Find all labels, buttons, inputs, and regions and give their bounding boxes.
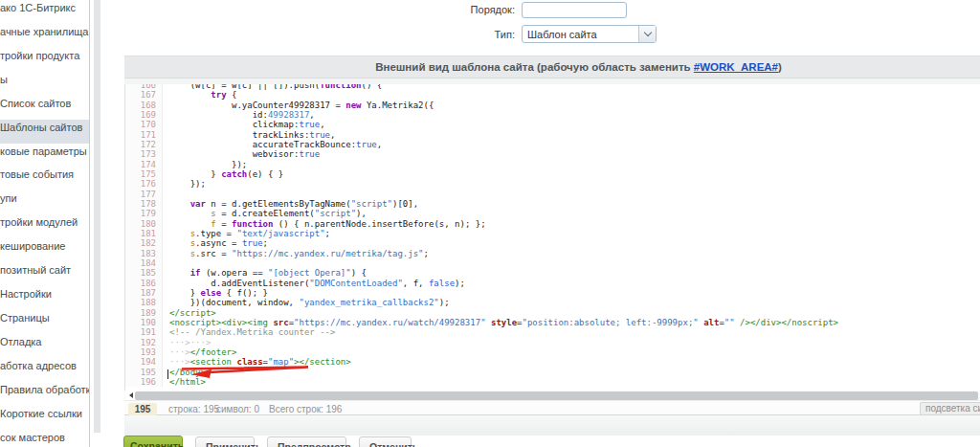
code-line[interactable]: 183 s.src = "https://mc.yandex.ru/metrik… [125,249,980,258]
line-number: 191 [125,327,163,337]
line-number: 183 [125,249,163,258]
type-select[interactable]: Шаблон сайта [522,25,657,43]
code-line[interactable]: 187 } else { f(); } [125,288,980,298]
footer-buttons: СохранитьПрименитьПредпросмотрОтменить [123,436,424,447]
line-number: 173 [125,149,163,159]
code-line-text: accurateTrackBounce:true, [163,140,980,149]
code-line[interactable]: 176 }); [125,179,980,189]
code-line[interactable]: 184 [125,258,980,268]
code-line[interactable]: 169 id:49928317, [125,110,980,120]
sidebar-item[interactable]: упи [0,190,89,214]
status-line: строка: 195 [168,404,219,414]
sidebar-item[interactable]: позитный сайт [0,262,89,286]
line-number: 187 [125,288,163,298]
sidebar-item[interactable]: кеширование [0,238,89,262]
line-number: 194 [125,357,163,367]
code-lines: 166 (w[c] = w[c] || []).push(function() … [125,84,980,387]
line-number: 192 [125,338,163,347]
code-line-text: s.type = "text/javascript"; [163,229,980,238]
sidebar-item[interactable]: Отладка [0,334,89,358]
work-area-link[interactable]: #WORK_AREA# [694,61,778,73]
code-line-text: }); [163,160,980,169]
sidebar-item[interactable]: Короткие ссылки [0,406,89,430]
sidebar-item[interactable]: тройки модулей [0,214,89,238]
sidebar-item[interactable]: ы [0,72,89,96]
status-char: символ: 0 [216,404,259,414]
line-number: 188 [125,298,163,307]
apply-button[interactable]: Применить [195,436,255,447]
scrollbar-thumb[interactable] [135,391,978,400]
sidebar-item[interactable]: сок мастеров [0,430,89,447]
code-line[interactable]: 180 f = function () { n.parentNode.inser… [125,219,980,229]
code-line[interactable]: 178 var n = d.getElementsByTagName("scri… [125,199,980,209]
code-line-text: })(document, window, "yandex_metrika_cal… [163,298,980,307]
line-number: 180 [125,219,163,229]
code-line[interactable]: 192···>···> [125,338,980,347]
line-number: 168 [125,101,163,110]
sidebar-item[interactable]: Список сайтов [0,96,89,120]
code-line-text [163,258,980,268]
code-line-text: d.addEventListener("DOMContentLoaded", f… [163,279,980,288]
line-number: 195 [125,368,163,377]
syntax-highlight-toggle[interactable]: подсветка синт [920,402,980,415]
code-editor[interactable]: 166 (w[c] = w[c] || []).push(function() … [124,84,980,391]
code-line[interactable]: 196</html> [125,377,980,387]
code-line-text: <!-- /Yandex.Metrika counter --> [163,327,980,337]
code-line-text: } else { f(); } [163,288,980,298]
bottom-band [124,415,980,436]
line-number: 176 [125,179,163,189]
code-line[interactable]: 171 trackLinks:true, [125,130,980,140]
line-number: 169 [125,110,163,120]
code-line[interactable]: 194···><section class="map"></section> [125,357,980,367]
sidebar-item[interactable]: ако 1С-Битрикс [0,0,89,24]
type-label: Тип: [402,29,515,40]
sidebar-item[interactable]: товые события [0,167,89,190]
code-line[interactable]: 188 })(document, window, "yandex_metrika… [125,298,980,307]
code-line-text: f = function () { n.parentNode.insertBef… [163,219,980,229]
code-line-text: ···><section class="map"></section> [163,357,980,367]
code-line[interactable]: 185 if (w.opera == "[object Opera]") { [125,268,980,278]
preview-button[interactable]: Предпросмотр [267,436,346,447]
code-line[interactable]: 190<noscript><div><img src="https://mc.y… [125,318,980,327]
code-line-text: </body> [163,368,980,377]
code-line[interactable]: 191<!-- /Yandex.Metrika counter --> [125,327,980,337]
code-line[interactable]: 174 }); [125,160,980,169]
code-line[interactable]: 189</script> [125,308,980,318]
sidebar-item[interactable]: Правила обработки [0,382,89,406]
code-line[interactable]: 172 accurateTrackBounce:true, [125,140,980,149]
code-line[interactable]: 186 d.addEventListener("DOMContentLoaded… [125,279,980,288]
sidebar-item[interactable]: Настройки [0,286,89,310]
code-line[interactable]: 177 [125,190,980,199]
code-line-text: s.async = true; [163,238,980,248]
order-input[interactable] [522,2,627,18]
line-number: 193 [125,347,163,357]
sidebar-item[interactable]: тройки продукта [0,48,89,72]
save-button[interactable]: Сохранить [123,436,183,447]
code-line[interactable]: 195</body> [125,368,980,377]
editor-statusbar: 195 строка: 195 символ: 0 Всего строк: 1… [124,400,980,415]
sidebar-item[interactable]: ачные хранилища [0,24,89,48]
code-line[interactable]: 170 clickmap:true, [125,120,980,129]
line-number: 170 [125,120,163,129]
chevron-down-icon[interactable] [638,26,656,42]
code-line[interactable]: 173 webvisor:true [125,149,980,159]
horizontal-scrollbar[interactable] [124,391,980,400]
current-line-box: 195 [128,403,157,415]
line-number: 196 [125,377,163,387]
code-line[interactable]: 182 s.async = true; [125,238,980,248]
code-line[interactable]: 175 } catch(e) { } [125,169,980,179]
cancel-button[interactable]: Отменить [359,436,412,447]
code-line[interactable]: 167 try { [125,90,980,100]
code-line[interactable]: 168 w.yaCounter49928317 = new Ya.Metrika… [125,101,980,110]
sidebar-item[interactable]: Страницы [0,310,89,334]
code-line[interactable]: 179 s = d.createElement("script"), [125,209,980,218]
code-line[interactable]: 193···></footer> [125,347,980,357]
code-line-text: } catch(e) { } [163,169,980,179]
code-line-text: <noscript><div><img src="https://mc.yand… [163,318,980,327]
code-line-text: var n = d.getElementsByTagName("script")… [163,199,980,209]
header-title-suffix: ) [778,61,782,73]
sidebar-item[interactable]: Шаблоны сайтов [0,120,89,144]
sidebar-item[interactable]: ковые параметры [0,144,89,168]
code-line[interactable]: 181 s.type = "text/javascript"; [125,229,980,238]
sidebar-item[interactable]: аботка адресов [0,358,89,382]
